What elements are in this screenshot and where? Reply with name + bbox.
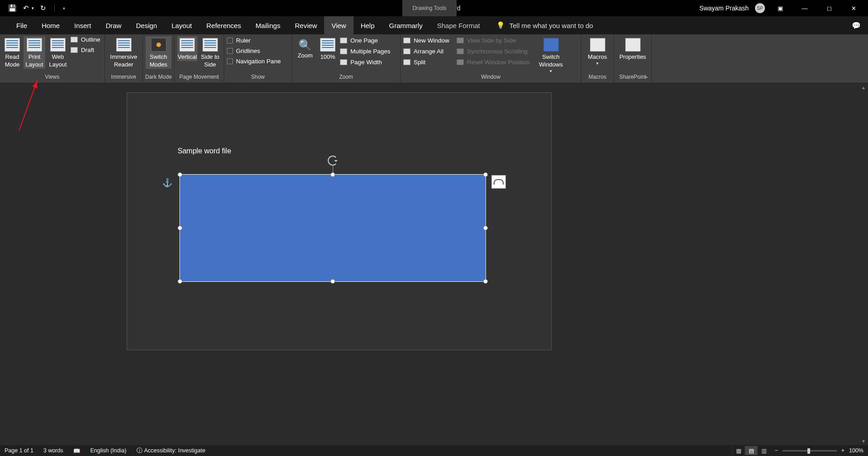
web-layout-label: Web Layout — [47, 53, 69, 69]
gridlines-checkbox[interactable]: Gridlines — [227, 48, 281, 54]
outline-button[interactable]: Outline — [71, 36, 100, 43]
read-mode-icon — [5, 38, 20, 52]
collapse-ribbon-icon[interactable]: ⌃ — [644, 76, 649, 82]
spellcheck-icon[interactable]: 📖 — [73, 447, 80, 454]
tab-references[interactable]: References — [199, 16, 248, 34]
undo-dropdown-icon[interactable]: ▾ — [32, 6, 34, 10]
print-layout-button[interactable]: Print Layout — [24, 36, 45, 69]
layout-options-button[interactable] — [491, 175, 506, 189]
language[interactable]: English (India) — [90, 447, 127, 454]
properties-icon — [625, 38, 641, 52]
zoom-icon: 🔍 — [298, 38, 312, 52]
document-text[interactable]: Sample word file — [178, 147, 231, 155]
word-count[interactable]: 3 words — [43, 447, 63, 454]
web-layout-view-icon[interactable]: ▥ — [757, 446, 770, 455]
tab-grammarly[interactable]: Grammarly — [382, 16, 430, 34]
resize-handle-l[interactable] — [178, 226, 182, 230]
tab-layout[interactable]: Layout — [164, 16, 199, 34]
page-width-button[interactable]: Page Width — [340, 59, 391, 66]
redo-icon[interactable]: ↻ — [40, 4, 46, 12]
tab-view[interactable]: View — [324, 16, 353, 34]
vertical-button[interactable]: Vertical — [177, 36, 198, 61]
ribbon-display-icon[interactable]: ▣ — [771, 0, 789, 16]
ruler-checkbox[interactable]: Ruler — [227, 37, 281, 44]
print-layout-view-icon[interactable]: ▤ — [745, 446, 757, 455]
comments-icon[interactable]: 💬 — [852, 21, 861, 30]
rotate-handle[interactable] — [328, 156, 338, 166]
view-side-by-side-button: View Side by Side — [457, 37, 530, 44]
group-immersive-label: Immersive — [105, 74, 142, 83]
vertical-scrollbar[interactable]: ▲ ▼ — [859, 83, 868, 445]
minimize-icon[interactable]: — — [796, 0, 814, 16]
close-icon[interactable]: ✕ — [844, 0, 863, 16]
hundred-percent-label: 100% — [320, 53, 335, 61]
read-mode-label: Read Mode — [3, 53, 22, 69]
user-avatar[interactable]: SP — [755, 3, 765, 13]
zoom-level[interactable]: 100% — [849, 447, 863, 454]
resize-handle-tr[interactable] — [483, 172, 488, 177]
resize-handle-bl[interactable] — [178, 279, 182, 284]
tab-mailings[interactable]: Mailings — [248, 16, 288, 34]
zoom-button[interactable]: 🔍 Zoom — [295, 36, 316, 60]
accessibility-status[interactable]: ⓘAccessibility: Investigate — [137, 447, 205, 455]
rectangle-shape[interactable] — [179, 174, 486, 282]
macros-icon — [590, 38, 605, 52]
read-mode-button[interactable]: Read Mode — [3, 36, 22, 69]
tab-draw[interactable]: Draw — [99, 16, 129, 34]
undo-icon[interactable]: ↶ — [23, 4, 29, 12]
one-page-button[interactable]: One Page — [340, 37, 391, 44]
switch-windows-button[interactable]: Switch Windows ▾ — [535, 36, 567, 74]
tab-home[interactable]: Home — [34, 16, 67, 34]
navigation-pane-checkbox[interactable]: Navigation Pane — [227, 58, 281, 65]
side-to-side-button[interactable]: Side to Side — [199, 36, 221, 69]
group-dark-mode-label: Dark Mode — [143, 74, 174, 83]
hundred-percent-button[interactable]: 100% — [317, 36, 338, 61]
maximize-icon[interactable]: ◻ — [820, 0, 838, 16]
zoom-in-button[interactable]: + — [841, 447, 844, 454]
scroll-track[interactable] — [860, 91, 867, 437]
tab-help[interactable]: Help — [354, 16, 382, 34]
resize-handle-br[interactable] — [483, 279, 488, 284]
properties-button[interactable]: Properties — [617, 36, 649, 61]
zoom-thumb[interactable] — [807, 448, 810, 454]
immersive-reader-button[interactable]: Immersive Reader — [108, 36, 140, 69]
switch-modes-label: Switch Modes — [146, 53, 171, 69]
switch-modes-button[interactable]: Switch Modes — [146, 36, 171, 69]
customize-qat-icon[interactable]: ▾ — [63, 6, 65, 11]
zoom-out-button[interactable]: − — [774, 447, 778, 454]
anchor-icon[interactable]: ⚓ — [162, 178, 172, 188]
scroll-up-icon[interactable]: ▲ — [859, 83, 868, 91]
resize-handle-b[interactable] — [330, 279, 335, 284]
multiple-pages-button[interactable]: Multiple Pages — [340, 48, 391, 55]
macros-button[interactable]: Macros ▾ — [584, 36, 611, 66]
tab-design[interactable]: Design — [129, 16, 165, 34]
scroll-down-icon[interactable]: ▼ — [859, 437, 868, 445]
resize-handle-tl[interactable] — [178, 172, 182, 177]
arrange-all-button[interactable]: Arrange All — [403, 48, 449, 55]
group-zoom-label: Zoom — [292, 74, 400, 83]
page-count[interactable]: Page 1 of 1 — [5, 447, 33, 454]
new-window-button[interactable]: New Window — [403, 37, 449, 44]
sync-scroll-icon — [457, 48, 464, 54]
tab-review[interactable]: Review — [288, 16, 324, 34]
web-layout-button[interactable]: Web Layout — [47, 36, 69, 69]
page[interactable]: Sample word file ⚓ — [127, 92, 552, 350]
group-zoom: 🔍 Zoom 100% One Page Multiple Pages Page… — [292, 34, 401, 83]
group-show: Ruler Gridlines Navigation Pane Show — [224, 34, 292, 83]
tell-me-search[interactable]: 💡 Tell me what you want to do — [496, 16, 593, 34]
split-button[interactable]: Split — [403, 59, 449, 66]
document-canvas[interactable]: Sample word file ⚓ — [0, 83, 859, 445]
checkbox-icon — [227, 48, 233, 54]
draft-button[interactable]: Draft — [71, 47, 100, 53]
resize-handle-r[interactable] — [483, 226, 488, 230]
save-icon[interactable]: 💾 — [8, 4, 17, 12]
reset-window-icon — [457, 59, 464, 65]
tab-shape-format[interactable]: Shape Format — [430, 16, 487, 34]
read-mode-view-icon[interactable]: ▦ — [732, 446, 745, 455]
tab-file[interactable]: File — [9, 16, 34, 34]
resize-handle-t[interactable] — [330, 172, 335, 177]
zoom-slider[interactable] — [783, 450, 837, 451]
chevron-down-icon: ▾ — [550, 69, 552, 74]
multiple-pages-icon — [340, 48, 347, 54]
tab-insert[interactable]: Insert — [67, 16, 99, 34]
